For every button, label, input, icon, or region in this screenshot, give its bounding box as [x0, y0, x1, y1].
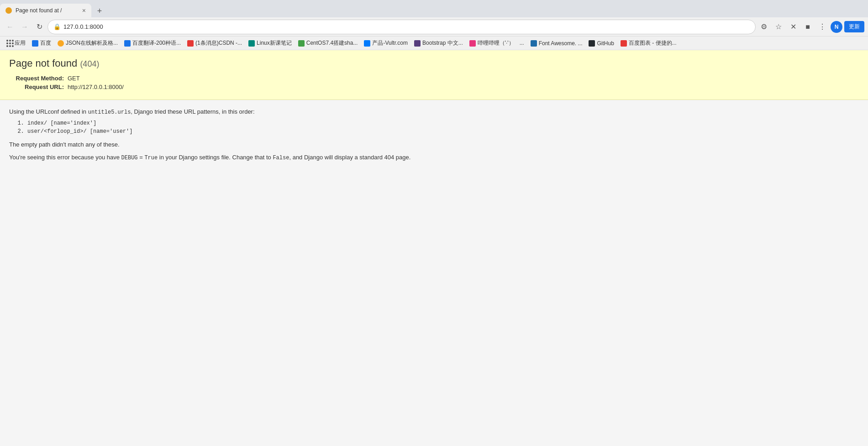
back-icon: ←	[6, 23, 14, 31]
centos-favicon	[298, 40, 305, 47]
bookmark-json-label: JSON在线解析及格...	[66, 39, 118, 47]
apps-label: 应用	[15, 39, 26, 47]
urlconf-description: Using the URLconf defined in untitle5.ur…	[9, 107, 859, 116]
debug-value: True	[144, 155, 158, 161]
bookmark-linux[interactable]: Linux新课笔记	[246, 38, 295, 48]
bookmark-baidu[interactable]: 百度	[29, 38, 54, 48]
bookmark-github-label: GitHub	[597, 40, 614, 47]
page-content: Page not found (404) Request Method: GET…	[0, 50, 868, 446]
bookmark-csdn[interactable]: (1条消息)CSDN -...	[184, 38, 245, 48]
request-url-value: http://127.0.0.1:8000/	[68, 84, 124, 90]
x-icon: ✕	[790, 22, 796, 31]
bookmark-bilibili-label: 哔哩哔哩（'·'）ゞ...	[478, 39, 524, 47]
json-favicon	[58, 40, 64, 47]
debug-setting: DEBUG	[121, 155, 138, 161]
debug-mid: in your Django settings file. Change tha…	[158, 154, 273, 161]
bootstrap-favicon	[414, 40, 421, 47]
star-icon: ☆	[775, 22, 782, 31]
baidu-favicon	[32, 40, 38, 47]
tab-bar: Page not found at / × +	[0, 0, 868, 17]
vultr-favicon	[364, 40, 370, 47]
bookmark-fanyi-label: 百度翻译-200种语...	[132, 39, 181, 47]
three-dots-icon: ⋮	[819, 22, 826, 31]
bookmark-fontawesome-label: Font Awesome. ...	[539, 40, 583, 47]
empty-path-message: The empty path didn't match any of these…	[9, 140, 859, 149]
menu-dots-button[interactable]: ⋮	[816, 21, 829, 33]
user-avatar[interactable]: N	[831, 21, 842, 33]
baidumap-favicon	[621, 40, 627, 47]
navigation-bar: ← → ↻ 🔒 127.0.0.1:8000 ⚙ ☆ ✕ ■ ⋮	[0, 17, 868, 37]
request-url-label: Request URL:	[9, 84, 64, 90]
page-title: Page not found (404)	[9, 58, 859, 69]
linux-favicon	[248, 40, 255, 47]
status-code: (404)	[80, 59, 99, 68]
bookmark-linux-label: Linux新课笔记	[257, 39, 292, 47]
bookmark-github[interactable]: GitHub	[586, 39, 616, 47]
bookmark-centos[interactable]: CentOS7.4搭建sha...	[295, 38, 361, 48]
forward-button[interactable]: →	[18, 21, 31, 33]
bookmark-bootstrap[interactable]: Bootstrap 中文...	[411, 38, 466, 48]
bookmark-baidumap-label: 百度图表 - 便捷的...	[629, 39, 677, 47]
request-method-value: GET	[68, 75, 80, 82]
extensions-icon: ■	[805, 23, 810, 31]
browser-chrome: Page not found at / × + ← → ↻ 🔒 127.0.0.…	[0, 0, 868, 50]
fanyi-favicon	[124, 40, 131, 47]
refresh-button[interactable]: ↻	[33, 21, 46, 33]
bilibili-favicon	[469, 40, 476, 47]
bookmark-centos-label: CentOS7.4搭建sha...	[306, 39, 358, 47]
url-pattern-2: user/<forloop_id>/ [name='user']	[27, 128, 859, 135]
new-tab-button[interactable]: +	[93, 5, 106, 17]
debug-note: You're seeing this error because you hav…	[9, 153, 859, 162]
bookmark-json[interactable]: JSON在线解析及格...	[55, 38, 121, 48]
url-patterns-list: index/ [name='index'] user/<forloop_id>/…	[27, 120, 859, 135]
bookmark-baidumap[interactable]: 百度图表 - 便捷的...	[618, 38, 679, 48]
csdn-favicon	[187, 40, 194, 47]
close-extension-button[interactable]: ✕	[787, 21, 800, 33]
extensions-button[interactable]: ⚙	[758, 21, 770, 33]
user-initial: N	[835, 24, 839, 30]
github-favicon	[589, 40, 595, 47]
bookmark-bilibili[interactable]: 哔哩哔哩（'·'）ゞ...	[467, 38, 527, 48]
urlconf-name: untitle5.urls	[88, 109, 131, 115]
error-header: Page not found (404) Request Method: GET…	[0, 50, 868, 100]
debug-eq: =	[138, 154, 145, 161]
refresh-icon: ↻	[37, 22, 42, 31]
urlconf-intro-text: Using the URLconf defined in	[9, 108, 88, 115]
error-body: Using the URLconf defined in untitle5.ur…	[0, 100, 868, 173]
nav-right-controls: ⚙ ☆ ✕ ■ ⋮ N 更新	[758, 21, 864, 33]
address-text: 127.0.0.1:8000	[63, 23, 750, 30]
update-button[interactable]: 更新	[844, 21, 864, 32]
bookmark-vultr[interactable]: 产品-Vultr.com	[361, 38, 410, 48]
urlconf-mid-text: , Django tried these URL patterns, in th…	[131, 108, 254, 115]
bookmark-csdn-label: (1条消息)CSDN -...	[195, 39, 242, 47]
extensions-panel-button[interactable]: ■	[801, 21, 814, 33]
request-url-row: Request URL: http://127.0.0.1:8000/	[9, 84, 859, 90]
debug-note-pre: You're seeing this error because you hav…	[9, 154, 121, 161]
lock-icon: 🔒	[53, 23, 61, 30]
bookmark-fontawesome[interactable]: Font Awesome. ...	[528, 39, 585, 47]
request-method-label: Request Method:	[9, 75, 64, 82]
bookmark-bootstrap-label: Bootstrap 中文...	[422, 39, 463, 47]
bookmark-button[interactable]: ☆	[772, 21, 785, 33]
address-bar[interactable]: 🔒 127.0.0.1:8000	[47, 20, 756, 34]
bookmark-baidu-label: 百度	[40, 39, 51, 47]
tab-title: Page not found at /	[16, 7, 79, 14]
forward-icon: →	[21, 23, 28, 31]
bookmarks-bar: 应用 百度 JSON在线解析及格... 百度翻译-200种语... (1条消息)…	[0, 37, 868, 50]
puzzle-icon: ⚙	[761, 22, 767, 31]
url-pattern-1: index/ [name='index']	[27, 120, 859, 126]
tab-favicon	[5, 7, 12, 14]
debug-post: , and Django will display a standard 404…	[289, 154, 410, 161]
page-title-text: Page not found	[9, 58, 77, 69]
apps-button[interactable]: 应用	[4, 38, 28, 48]
active-tab[interactable]: Page not found at / ×	[0, 4, 91, 17]
tab-close-button[interactable]: ×	[82, 7, 86, 14]
fontawesome-favicon	[531, 40, 537, 47]
back-button[interactable]: ←	[4, 21, 16, 33]
debug-false: False	[273, 155, 289, 161]
apps-grid-icon	[6, 40, 14, 47]
bookmark-fanyi[interactable]: 百度翻译-200种语...	[121, 38, 184, 48]
bookmark-vultr-label: 产品-Vultr.com	[372, 39, 408, 47]
request-method-row: Request Method: GET	[9, 75, 859, 82]
